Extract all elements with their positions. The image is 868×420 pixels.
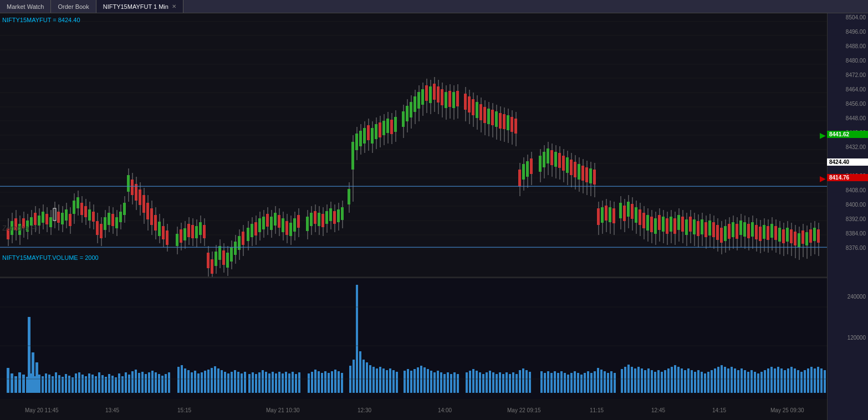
svg-rect-589 xyxy=(580,375,583,393)
svg-rect-488 xyxy=(214,366,216,393)
close-icon[interactable]: ✕ xyxy=(172,3,176,9)
svg-rect-333 xyxy=(646,215,649,231)
svg-rect-655 xyxy=(804,370,806,393)
svg-rect-460 xyxy=(115,377,117,393)
svg-rect-615 xyxy=(671,367,673,393)
svg-rect-561 xyxy=(479,372,481,393)
svg-rect-605 xyxy=(637,367,640,393)
svg-rect-579 xyxy=(547,371,549,393)
svg-rect-492 xyxy=(227,373,229,393)
svg-rect-463 xyxy=(125,372,127,393)
svg-rect-436 xyxy=(32,352,34,393)
svg-rect-223 xyxy=(421,89,424,105)
svg-text:12:30: 12:30 xyxy=(358,407,371,413)
svg-rect-173 xyxy=(318,213,320,226)
svg-rect-570 xyxy=(509,374,511,393)
svg-rect-39 xyxy=(45,214,48,224)
svg-rect-646 xyxy=(774,368,776,393)
svg-rect-501 xyxy=(258,372,261,393)
svg-rect-169 xyxy=(310,213,313,226)
watermark: Zerodha Pi xyxy=(2,224,38,232)
svg-rect-237 xyxy=(448,91,451,107)
svg-rect-313 xyxy=(605,206,607,221)
svg-rect-642 xyxy=(760,372,763,393)
svg-rect-157 xyxy=(282,218,284,232)
svg-rect-604 xyxy=(634,368,636,393)
svg-rect-512 xyxy=(295,374,297,393)
svg-rect-309 xyxy=(597,208,600,225)
svg-rect-440 xyxy=(48,375,50,393)
svg-rect-560 xyxy=(476,371,478,393)
tab-market-watch[interactable]: Market Watch xyxy=(0,0,51,13)
svg-rect-480 xyxy=(187,370,190,393)
svg-rect-602 xyxy=(627,365,630,393)
svg-rect-259 xyxy=(495,111,498,127)
svg-rect-528 xyxy=(359,351,361,393)
svg-rect-633 xyxy=(731,367,733,393)
svg-rect-526 xyxy=(353,360,355,393)
svg-rect-444 xyxy=(62,377,64,393)
svg-rect-485 xyxy=(204,371,206,393)
svg-rect-145 xyxy=(258,218,261,232)
tab-order-book[interactable]: Order Book xyxy=(51,0,96,13)
svg-rect-603 xyxy=(631,367,633,393)
svg-rect-583 xyxy=(560,371,563,393)
svg-rect-631 xyxy=(724,367,726,393)
svg-rect-497 xyxy=(244,372,246,393)
tab-chart[interactable]: NIFTY15MAYFUT 1 Min ✕ xyxy=(96,0,183,13)
svg-rect-277 xyxy=(530,158,533,174)
svg-rect-301 xyxy=(581,166,584,181)
svg-rect-131 xyxy=(230,247,233,262)
svg-rect-572 xyxy=(515,374,518,393)
svg-rect-638 xyxy=(747,372,749,393)
svg-rect-467 xyxy=(138,373,140,393)
svg-rect-659 xyxy=(817,367,819,393)
svg-rect-47 xyxy=(61,213,64,224)
svg-rect-629 xyxy=(717,367,719,393)
svg-rect-640 xyxy=(754,372,756,393)
svg-rect-540 xyxy=(404,371,406,393)
price-tick-8496: 8496.00 xyxy=(846,29,866,35)
svg-rect-650 xyxy=(787,368,789,393)
svg-rect-255 xyxy=(487,109,490,124)
svg-rect-557 xyxy=(466,372,468,393)
svg-rect-325 xyxy=(631,204,634,219)
volume-separator xyxy=(0,278,827,278)
svg-rect-91 xyxy=(146,203,149,219)
svg-rect-490 xyxy=(221,370,223,393)
svg-rect-199 xyxy=(371,128,374,144)
svg-rect-155 xyxy=(278,215,280,228)
svg-rect-611 xyxy=(657,370,660,393)
svg-rect-600 xyxy=(621,369,623,393)
svg-rect-163 xyxy=(293,218,296,232)
svg-text:15:15: 15:15 xyxy=(177,407,191,413)
svg-rect-455 xyxy=(98,372,100,393)
svg-rect-542 xyxy=(410,371,412,393)
svg-rect-211 xyxy=(394,117,397,132)
svg-rect-35 xyxy=(38,216,40,226)
svg-rect-601 xyxy=(624,367,626,393)
bid-arrow-indicator: ▶ xyxy=(820,131,826,140)
svg-rect-539 xyxy=(396,372,398,393)
svg-rect-269 xyxy=(514,119,517,134)
svg-rect-207 xyxy=(386,119,389,133)
price-axis: 8504.00 8496.00 8488.00 8480.00 8472.00 … xyxy=(827,13,868,420)
svg-rect-411 xyxy=(798,233,800,247)
svg-rect-608 xyxy=(647,368,650,393)
svg-rect-596 xyxy=(604,371,606,393)
svg-rect-307 xyxy=(593,170,596,185)
svg-rect-593 xyxy=(594,371,596,393)
tab-bar: Market Watch Order Book NIFTY15MAYFUT 1 … xyxy=(0,0,868,13)
svg-rect-343 xyxy=(666,218,668,234)
svg-rect-599 xyxy=(614,373,616,393)
svg-rect-377 xyxy=(732,222,734,237)
svg-rect-117 xyxy=(203,225,206,238)
svg-rect-580 xyxy=(550,373,553,393)
svg-rect-454 xyxy=(95,376,97,393)
price-tick-8480: 8480.00 xyxy=(846,58,866,64)
svg-rect-253 xyxy=(483,107,486,123)
svg-rect-515 xyxy=(311,372,313,393)
svg-rect-524 xyxy=(341,373,343,393)
svg-rect-626 xyxy=(707,372,709,393)
svg-rect-532 xyxy=(372,367,375,393)
